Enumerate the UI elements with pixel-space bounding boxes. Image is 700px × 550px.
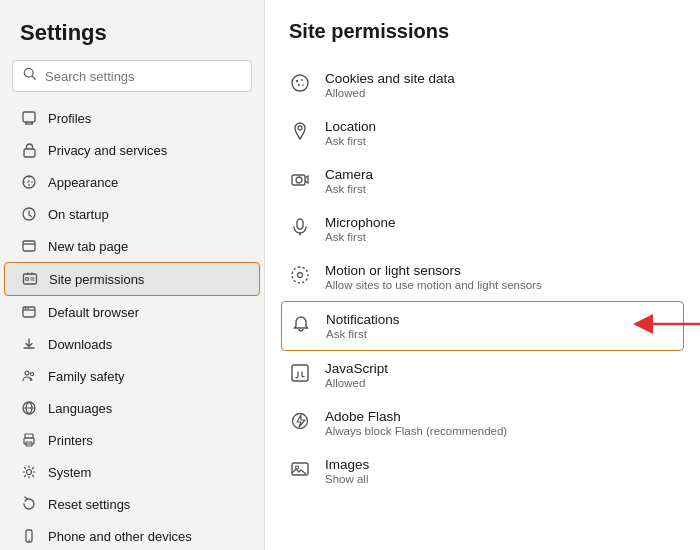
sensors-icon — [289, 264, 311, 286]
svg-rect-2 — [23, 112, 35, 122]
permission-notifications[interactable]: Notifications Ask first — [281, 301, 684, 351]
permission-location[interactable]: Location Ask first — [281, 109, 684, 157]
permission-camera-desc: Ask first — [325, 183, 676, 195]
sidebar-label-startup: On startup — [48, 207, 244, 222]
main-content: Site permissions Cookies and site data A… — [265, 0, 700, 550]
sidebar-label-languages: Languages — [48, 401, 244, 416]
sidebar-item-newtab[interactable]: New tab page — [4, 230, 260, 262]
permission-microphone-text: Microphone Ask first — [325, 215, 676, 243]
sidebar-item-familysafety[interactable]: Family safety — [4, 360, 260, 392]
permission-camera-name: Camera — [325, 167, 676, 182]
sidebar-label-system: System — [48, 465, 244, 480]
permission-cookies-text: Cookies and site data Allowed — [325, 71, 676, 99]
svg-line-1 — [32, 76, 35, 79]
permission-location-text: Location Ask first — [325, 119, 676, 147]
newtab-icon — [20, 237, 38, 255]
sidebar-item-downloads[interactable]: Downloads — [4, 328, 260, 360]
permission-sensors-name: Motion or light sensors — [325, 263, 676, 278]
permission-cookies[interactable]: Cookies and site data Allowed — [281, 61, 684, 109]
permission-sensors[interactable]: Motion or light sensors Allow sites to u… — [281, 253, 684, 301]
phone-icon — [20, 527, 38, 545]
permission-camera[interactable]: Camera Ask first — [281, 157, 684, 205]
permission-flash-desc: Always block Flash (recommended) — [325, 425, 676, 437]
sidebar-label-sitepermissions: Site permissions — [49, 272, 243, 287]
svg-rect-15 — [25, 434, 33, 438]
svg-point-22 — [296, 80, 298, 82]
permission-location-name: Location — [325, 119, 676, 134]
svg-rect-3 — [24, 149, 35, 157]
permission-flash-name: Adobe Flash — [325, 409, 676, 424]
siteperm-icon — [21, 270, 39, 288]
permission-javascript-desc: Allowed — [325, 377, 676, 389]
svg-point-26 — [298, 126, 302, 130]
svg-point-20 — [28, 540, 29, 541]
search-input[interactable] — [45, 69, 241, 84]
sidebar-label-appearance: Appearance — [48, 175, 244, 190]
permission-flash-text: Adobe Flash Always block Flash (recommen… — [325, 409, 676, 437]
permission-location-desc: Ask first — [325, 135, 676, 147]
permission-images[interactable]: Images Show all — [281, 447, 684, 495]
cookie-icon — [289, 72, 311, 94]
startup-icon — [20, 205, 38, 223]
lang-icon — [20, 399, 38, 417]
search-icon — [23, 67, 37, 85]
bell-icon — [290, 313, 312, 335]
sidebar-item-phonedevices[interactable]: Phone and other devices — [4, 520, 260, 550]
sidebar-item-defaultbrowser[interactable]: Default browser — [4, 296, 260, 328]
permission-flash[interactable]: Adobe Flash Always block Flash (recommen… — [281, 399, 684, 447]
permission-javascript-text: JavaScript Allowed — [325, 361, 676, 389]
lock-icon — [20, 141, 38, 159]
svg-point-10 — [25, 308, 27, 310]
sidebar-item-profiles[interactable]: Profiles — [4, 102, 260, 134]
svg-rect-29 — [297, 219, 303, 229]
sidebar-item-appearance[interactable]: Appearance — [4, 166, 260, 198]
sidebar-label-resetsettings: Reset settings — [48, 497, 244, 512]
microphone-icon — [289, 216, 311, 238]
flash-icon — [289, 410, 311, 432]
svg-point-11 — [27, 308, 29, 310]
printer-icon — [20, 431, 38, 449]
sidebar-label-profiles: Profiles — [48, 111, 244, 126]
permission-microphone-desc: Ask first — [325, 231, 676, 243]
svg-point-23 — [301, 79, 303, 81]
permission-microphone[interactable]: Microphone Ask first — [281, 205, 684, 253]
svg-rect-33 — [292, 365, 308, 381]
download-icon — [20, 335, 38, 353]
location-icon — [289, 120, 311, 142]
sidebar-item-sitepermissions[interactable]: Site permissions — [4, 262, 260, 296]
svg-point-18 — [27, 470, 32, 475]
permission-cookies-desc: Allowed — [325, 87, 676, 99]
permission-cookies-name: Cookies and site data — [325, 71, 676, 86]
profile-icon — [20, 109, 38, 127]
permission-notifications-name: Notifications — [326, 312, 675, 327]
svg-point-8 — [26, 278, 29, 281]
permission-camera-text: Camera Ask first — [325, 167, 676, 195]
sidebar-label-defaultbrowser: Default browser — [48, 305, 244, 320]
permission-images-name: Images — [325, 457, 676, 472]
app-title: Settings — [0, 20, 264, 60]
sidebar-item-startup[interactable]: On startup — [4, 198, 260, 230]
sidebar-item-privacy[interactable]: Privacy and services — [4, 134, 260, 166]
permission-microphone-name: Microphone — [325, 215, 676, 230]
svg-point-21 — [292, 75, 308, 91]
search-box[interactable] — [12, 60, 252, 92]
sidebar-label-privacy: Privacy and services — [48, 143, 244, 158]
sidebar-item-printers[interactable]: Printers — [4, 424, 260, 456]
sidebar-item-system[interactable]: System — [4, 456, 260, 488]
sidebar-item-languages[interactable]: Languages — [4, 392, 260, 424]
permission-javascript[interactable]: JavaScript Allowed — [281, 351, 684, 399]
svg-point-13 — [31, 373, 34, 376]
svg-point-25 — [302, 84, 304, 86]
section-title: Site permissions — [289, 20, 676, 43]
system-icon — [20, 463, 38, 481]
appearance-icon — [20, 173, 38, 191]
permission-images-text: Images Show all — [325, 457, 676, 485]
svg-point-12 — [25, 371, 29, 375]
svg-point-28 — [296, 177, 302, 183]
sidebar-item-resetsettings[interactable]: Reset settings — [4, 488, 260, 520]
sidebar-label-downloads: Downloads — [48, 337, 244, 352]
family-icon — [20, 367, 38, 385]
image-icon — [289, 458, 311, 480]
permission-images-desc: Show all — [325, 473, 676, 485]
permission-javascript-name: JavaScript — [325, 361, 676, 376]
